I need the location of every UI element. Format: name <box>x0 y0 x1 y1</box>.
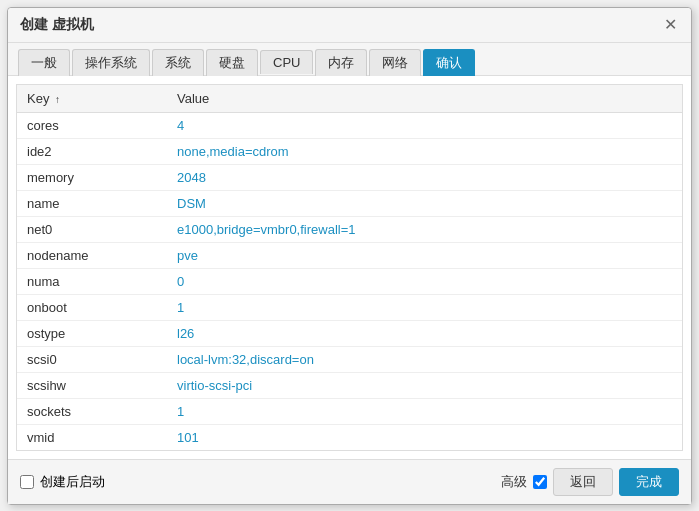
main-content: Key ↑ Value cores4ide2none,media=cdromme… <box>8 76 691 459</box>
row-key: vmid <box>17 424 167 450</box>
dialog-title: 创建 虚拟机 <box>20 16 94 34</box>
tab-bar: 一般操作系统系统硬盘CPU内存网络确认 <box>8 43 691 76</box>
table-row: sockets1 <box>17 398 682 424</box>
row-value: 4 <box>167 112 682 138</box>
row-value: l26 <box>167 320 682 346</box>
row-key: name <box>17 190 167 216</box>
footer-right: 高级 返回 完成 <box>501 468 679 496</box>
table-row: onboot1 <box>17 294 682 320</box>
row-key: scsihw <box>17 372 167 398</box>
row-key: ostype <box>17 320 167 346</box>
tab-CPU[interactable]: CPU <box>260 50 313 74</box>
row-value: e1000,bridge=vmbr0,firewall=1 <box>167 216 682 242</box>
row-value: 2048 <box>167 164 682 190</box>
table-row: net0e1000,bridge=vmbr0,firewall=1 <box>17 216 682 242</box>
row-value: pve <box>167 242 682 268</box>
sort-arrow-icon: ↑ <box>55 94 60 105</box>
table-row: nameDSM <box>17 190 682 216</box>
row-value: 1 <box>167 398 682 424</box>
value-column-header: Value <box>167 85 682 113</box>
row-key: numa <box>17 268 167 294</box>
footer-left: 创建后启动 <box>20 473 105 491</box>
row-key: scsi0 <box>17 346 167 372</box>
footer: 创建后启动 高级 返回 完成 <box>8 459 691 504</box>
tab-一般[interactable]: 一般 <box>18 49 70 76</box>
row-value: 0 <box>167 268 682 294</box>
back-button[interactable]: 返回 <box>553 468 613 496</box>
tab-操作系统[interactable]: 操作系统 <box>72 49 150 76</box>
row-key: memory <box>17 164 167 190</box>
close-button[interactable]: ✕ <box>661 16 679 34</box>
row-key: ide2 <box>17 138 167 164</box>
row-value: virtio-scsi-pci <box>167 372 682 398</box>
table-row: ide2none,media=cdrom <box>17 138 682 164</box>
auto-start-checkbox[interactable] <box>20 475 34 489</box>
table-row: numa0 <box>17 268 682 294</box>
tab-硬盘[interactable]: 硬盘 <box>206 49 258 76</box>
table-header-row: Key ↑ Value <box>17 85 682 113</box>
summary-table-container[interactable]: Key ↑ Value cores4ide2none,media=cdromme… <box>16 84 683 451</box>
row-value: DSM <box>167 190 682 216</box>
table-row: scsihwvirtio-scsi-pci <box>17 372 682 398</box>
auto-start-label: 创建后启动 <box>40 473 105 491</box>
advanced-label: 高级 <box>501 473 527 491</box>
key-column-header: Key ↑ <box>17 85 167 113</box>
row-key: sockets <box>17 398 167 424</box>
summary-table: Key ↑ Value cores4ide2none,media=cdromme… <box>17 85 682 451</box>
row-value: none,media=cdrom <box>167 138 682 164</box>
table-row: cores4 <box>17 112 682 138</box>
tab-系统[interactable]: 系统 <box>152 49 204 76</box>
create-vm-dialog: 创建 虚拟机 ✕ 一般操作系统系统硬盘CPU内存网络确认 Key ↑ Value <box>7 7 692 505</box>
table-row: memory2048 <box>17 164 682 190</box>
table-row: scsi0local-lvm:32,discard=on <box>17 346 682 372</box>
row-value: 101 <box>167 424 682 450</box>
table-row: vmid101 <box>17 424 682 450</box>
advanced-checkbox[interactable] <box>533 475 547 489</box>
tab-内存[interactable]: 内存 <box>315 49 367 76</box>
table-row: nodenamepve <box>17 242 682 268</box>
row-key: onboot <box>17 294 167 320</box>
tab-网络[interactable]: 网络 <box>369 49 421 76</box>
row-value: 1 <box>167 294 682 320</box>
close-icon: ✕ <box>664 15 677 34</box>
row-value: local-lvm:32,discard=on <box>167 346 682 372</box>
title-bar: 创建 虚拟机 ✕ <box>8 8 691 43</box>
finish-button[interactable]: 完成 <box>619 468 679 496</box>
row-key: net0 <box>17 216 167 242</box>
row-key: nodename <box>17 242 167 268</box>
table-row: ostypel26 <box>17 320 682 346</box>
tab-确认[interactable]: 确认 <box>423 49 475 76</box>
row-key: cores <box>17 112 167 138</box>
